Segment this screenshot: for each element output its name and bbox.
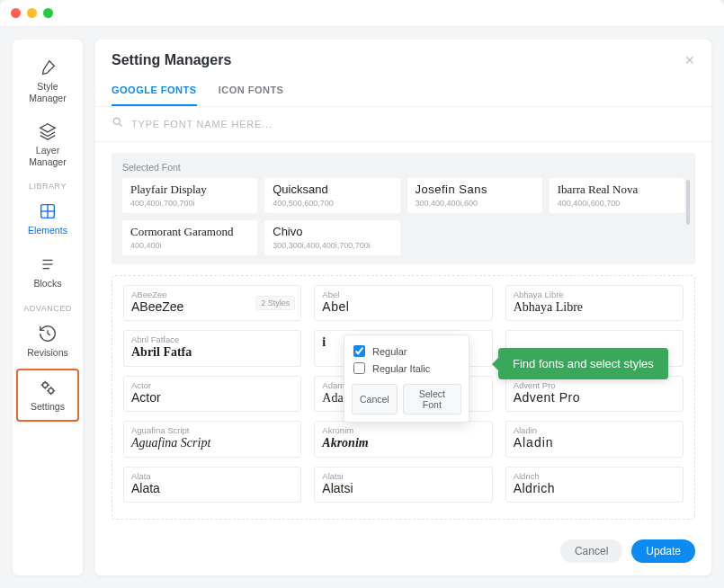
font-mini: Aldrich [514, 471, 675, 481]
font-item[interactable]: Abril Fatface Abril Fatfa [123, 330, 301, 367]
selected-font-card[interactable]: Josefin Sans 300,400,400i,600 [407, 178, 542, 213]
font-big: Aldrich [514, 481, 675, 497]
font-weights: 400,500,600,700 [273, 199, 391, 208]
svg-point-8 [43, 383, 49, 388]
titlebar [0, 0, 724, 27]
font-big: Aguafina Script [131, 435, 293, 451]
sidebar-item-label: LayerManager [29, 145, 66, 167]
font-big: Abhaya Libre [514, 299, 675, 316]
grid-icon [38, 201, 58, 221]
font-name: Ibarra Real Nova [558, 183, 676, 197]
search-icon [112, 116, 124, 132]
selected-font-card[interactable]: Ibarra Real Nova 400,400i,600,700 [550, 178, 684, 213]
sidebar-section-advanced: ADVANCED [13, 298, 83, 315]
styles-popover: Regular Regular Italic Cancel Select Fon… [344, 334, 469, 423]
checkbox-regular[interactable] [353, 345, 365, 357]
font-mini: Aguafina Script [131, 425, 293, 435]
font-weights: 400,400i [130, 241, 249, 250]
font-big: Abel [322, 299, 484, 316]
font-big: Alata [131, 481, 293, 497]
font-item[interactable]: Abhaya Libre Abhaya Libre [505, 285, 684, 322]
checkbox-regular-italic[interactable] [353, 362, 365, 374]
popover-cancel-button[interactable]: Cancel [352, 384, 398, 414]
font-item[interactable]: Akronim Akronim [314, 421, 492, 458]
font-big: Alatsi [322, 481, 484, 497]
selected-font-card[interactable]: Cormorant Garamond 400,400i [122, 220, 257, 255]
sidebar-item-revisions[interactable]: Revisions [13, 315, 83, 368]
font-name: Chivo [273, 226, 391, 239]
font-mini: Advent Pro [514, 380, 675, 390]
style-option[interactable]: Regular Italic [352, 360, 461, 377]
settings-modal: Setting Managers ✕ GOOGLE FONTS ICON FON… [95, 40, 711, 575]
font-item[interactable]: Alata Alata [123, 467, 301, 503]
font-mini: Abhaya Libre [514, 290, 675, 299]
history-icon [38, 324, 58, 343]
gear-icon [38, 378, 58, 397]
font-item[interactable]: Advent Pro Advent Pro [505, 376, 684, 413]
font-mini: Alata [131, 471, 293, 481]
font-name: Cormorant Garamond [130, 226, 249, 239]
search-bar [95, 107, 711, 142]
tab-google-fonts[interactable]: GOOGLE FONTS [112, 76, 197, 106]
font-item[interactable]: Actor Actor [123, 376, 301, 413]
sidebar-item-style-manager[interactable]: StyleManager [13, 49, 83, 112]
sidebar-item-label: Revisions [27, 347, 68, 359]
app-window: StyleManager LayerManager LIBRARY Elemen… [0, 0, 724, 588]
styles-badge: 2 Styles [255, 296, 295, 310]
sidebar-item-layer-manager[interactable]: LayerManager [13, 112, 83, 176]
style-option-label: Regular [372, 346, 407, 357]
minimize-icon[interactable] [27, 8, 37, 18]
zoom-icon[interactable] [43, 8, 53, 18]
selected-font-card[interactable]: Chivo 300,300i,400,400i,700,700i [264, 220, 399, 255]
sidebar-item-label: StyleManager [29, 81, 66, 103]
selected-font-card[interactable]: Quicksand 400,500,600,700 [264, 178, 399, 213]
font-weights: 300,300i,400,400i,700,700i [273, 241, 391, 250]
svg-line-11 [120, 124, 122, 127]
sidebar-item-label: Elements [28, 225, 67, 236]
tab-icon-fonts[interactable]: ICON FONTS [219, 76, 284, 106]
font-name: Quicksand [273, 183, 391, 197]
font-big: Aladin [514, 435, 675, 451]
hint-callout: Find fonts and select styles [498, 348, 668, 379]
font-mini: Alatsi [322, 471, 484, 481]
selected-fonts: Selected Font Playfair Display 400,400i,… [112, 153, 695, 264]
scrollbar[interactable] [686, 180, 690, 225]
font-item[interactable]: Aguafina Script Aguafina Script [123, 421, 301, 458]
font-mini: Abril Fatface [131, 334, 293, 344]
font-big: Actor [131, 390, 293, 406]
modal-header: Setting Managers ✕ [95, 40, 711, 76]
update-button[interactable]: Update [631, 539, 695, 563]
app-body: StyleManager LayerManager LIBRARY Elemen… [0, 27, 724, 588]
font-item[interactable]: Aldrich Aldrich [505, 467, 684, 503]
list-icon [38, 254, 58, 274]
font-item[interactable]: Abel Abel [314, 285, 492, 322]
sidebar-item-elements[interactable]: Elements [13, 192, 83, 245]
font-mini: Akronim [322, 425, 484, 435]
font-big: Akronim [322, 435, 484, 451]
style-option[interactable]: Regular [352, 343, 461, 360]
font-item[interactable]: ABeeZee ABeeZee 2 Styles [123, 285, 301, 322]
search-input[interactable] [131, 119, 695, 129]
window-controls [11, 8, 53, 18]
close-icon[interactable] [11, 8, 21, 18]
brush-icon [38, 58, 58, 77]
close-icon[interactable]: ✕ [684, 53, 695, 67]
font-item[interactable]: Aladin Aladin [505, 421, 684, 458]
font-mini: Aladin [514, 425, 675, 435]
sidebar-item-settings[interactable]: Settings [16, 369, 79, 422]
svg-line-7 [48, 334, 50, 335]
selected-font-card[interactable]: Playfair Display 400,400i,700,700i [122, 178, 257, 213]
sidebar-item-label: Blocks [34, 278, 62, 290]
font-name: Playfair Display [130, 183, 249, 197]
font-big: Abril Fatfa [131, 344, 293, 361]
font-weights: 300,400,400i,600 [416, 199, 534, 208]
font-big: Advent Pro [514, 390, 675, 406]
cancel-button[interactable]: Cancel [560, 539, 622, 563]
font-item[interactable]: Alatsi Alatsi [314, 467, 492, 503]
sidebar-item-label: Settings [31, 401, 65, 413]
popover-select-button[interactable]: Select Font [403, 384, 461, 414]
sidebar-section-library: LIBRARY [13, 176, 83, 192]
modal-title: Setting Managers [112, 52, 231, 68]
svg-point-9 [49, 388, 53, 394]
sidebar-item-blocks[interactable]: Blocks [13, 245, 83, 298]
